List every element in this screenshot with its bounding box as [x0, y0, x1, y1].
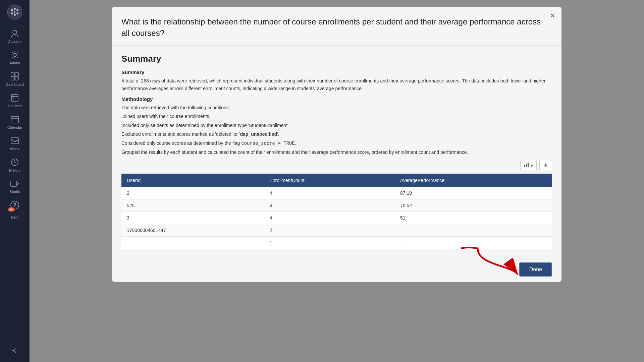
svg-point-6: [11, 12, 13, 14]
table-row: 3451: [121, 212, 552, 224]
sidebar-item-studio[interactable]: Studio: [0, 176, 30, 197]
svg-point-9: [13, 53, 16, 57]
svg-rect-11: [15, 73, 18, 76]
summary-text: A total of 268 rows of data were retriev…: [121, 77, 552, 92]
account-icon: [10, 29, 19, 38]
sidebar-item-account[interactable]: Account: [0, 25, 30, 47]
svg-rect-30: [528, 163, 529, 167]
table-cell: ...: [121, 237, 264, 249]
sidebar-item-dashboard[interactable]: Dashboard: [0, 68, 30, 90]
svg-marker-24: [17, 182, 19, 185]
sidebar-item-history-label: History: [9, 168, 20, 172]
table-cell: 70.52: [395, 199, 552, 212]
sidebar-item-calendar[interactable]: Calendar: [0, 111, 30, 133]
table-cell: 1: [264, 237, 395, 249]
table-row: 2487.19: [121, 187, 552, 199]
sidebar-item-help-label: Help: [11, 215, 19, 219]
table-cell: 4: [264, 199, 395, 212]
app-logo[interactable]: [7, 4, 23, 20]
sidebar-item-courses[interactable]: Courses: [0, 90, 30, 111]
sidebar-item-courses-label: Courses: [8, 104, 22, 108]
summary-section-title: Summary: [121, 69, 552, 75]
modal-dialog: × What is the relationship between the n…: [112, 7, 561, 282]
download-button[interactable]: [539, 160, 552, 171]
table-cell: 51: [395, 212, 552, 224]
modal-question: What is the relationship between the num…: [112, 7, 561, 46]
svg-point-3: [16, 9, 18, 11]
table-cell: 4: [264, 212, 395, 224]
modal-overlay: × What is the relationship between the n…: [30, 0, 644, 362]
svg-point-2: [14, 8, 16, 10]
main-content: × What is the relationship between the n…: [30, 0, 644, 362]
table-header-enrollmentcount: EnrollmentCount: [264, 174, 395, 187]
svg-point-8: [13, 30, 17, 34]
modal-footer: Done: [112, 257, 561, 282]
data-table: UserId EnrollmentCount AveragePerformanc…: [121, 174, 552, 249]
svg-point-7: [14, 11, 15, 13]
svg-rect-12: [11, 77, 14, 80]
svg-point-1: [11, 9, 13, 11]
chevron-down-icon: ▾: [531, 163, 533, 168]
methodology-text: The data was retrieved with the followin…: [121, 104, 552, 156]
table-toolbar: ▾: [121, 160, 552, 171]
svg-rect-28: [524, 165, 525, 167]
sidebar-item-inbox[interactable]: Inbox: [0, 133, 30, 154]
svg-rect-17: [11, 116, 18, 123]
svg-rect-23: [11, 181, 17, 186]
table-body: 2487.19525470.5234511700000046014472...1…: [121, 187, 552, 249]
table-cell: 2: [264, 224, 395, 237]
calendar-icon: [10, 115, 19, 124]
sidebar-item-dashboard-label: Dashboard: [6, 82, 24, 86]
table-header-row: UserId EnrollmentCount AveragePerformanc…: [121, 174, 552, 187]
sidebar-item-admin[interactable]: Admin: [0, 47, 30, 68]
table-header-userid: UserId: [121, 174, 264, 187]
done-button[interactable]: Done: [519, 262, 552, 277]
methodology-title: Methodology: [121, 96, 552, 102]
chart-type-button[interactable]: ▾: [520, 160, 537, 171]
table-cell: 2: [121, 187, 264, 199]
history-icon: [10, 158, 19, 167]
svg-rect-13: [15, 77, 18, 80]
table-row: 1700000046014472: [121, 224, 552, 237]
courses-icon: [10, 93, 19, 103]
table-cell: 170000004601447: [121, 224, 264, 237]
table-cell: 4: [264, 187, 395, 199]
methodology-line-2: Included only students as determined by …: [121, 122, 552, 129]
table-row: ...1...: [121, 237, 552, 249]
studio-icon: [10, 179, 19, 188]
svg-text:?: ?: [13, 202, 16, 208]
chart-bar-icon: [524, 162, 529, 169]
table-cell: 525: [121, 199, 264, 212]
modal-body: Summary Summary A total of 268 rows of d…: [112, 46, 561, 257]
methodology-line-5: Grouped the results by each student and …: [121, 148, 552, 156]
table-header-averageperformance: AveragePerformance: [395, 174, 552, 187]
sidebar-item-history[interactable]: History: [0, 154, 30, 176]
admin-icon: [10, 50, 19, 60]
methodology-line-0: The data was retrieved with the followin…: [121, 104, 552, 111]
table-cell: ...: [395, 237, 552, 249]
sidebar-item-studio-label: Studio: [9, 190, 20, 194]
help-badge: 10: [8, 207, 15, 212]
svg-rect-21: [11, 138, 18, 144]
sidebar-item-account-label: Account: [8, 40, 21, 44]
table-cell: [395, 224, 552, 237]
dashboard-icon: [10, 72, 19, 81]
svg-rect-14: [11, 95, 18, 101]
table-row: 525470.52: [121, 199, 552, 212]
sidebar-collapse-button[interactable]: [0, 343, 30, 358]
inbox-icon: [10, 136, 19, 145]
table-cell: 3: [121, 212, 264, 224]
download-icon: [543, 162, 548, 169]
svg-point-5: [14, 14, 16, 16]
svg-rect-10: [11, 73, 14, 76]
sidebar: Account Admin Dashboard: [0, 0, 30, 362]
sidebar-item-inbox-label: Inbox: [10, 147, 19, 151]
sidebar-item-calendar-label: Calendar: [7, 125, 22, 129]
modal-close-button[interactable]: ×: [550, 12, 555, 19]
methodology-line-4: Considered only course scores as determi…: [121, 139, 552, 147]
sidebar-item-help[interactable]: ? 10 Help: [0, 197, 30, 223]
table-cell: 87.19: [395, 187, 552, 199]
summary-heading: Summary: [121, 54, 552, 64]
svg-rect-29: [526, 164, 527, 167]
methodology-line-1: Joined users with their course enrollmen…: [121, 113, 552, 120]
